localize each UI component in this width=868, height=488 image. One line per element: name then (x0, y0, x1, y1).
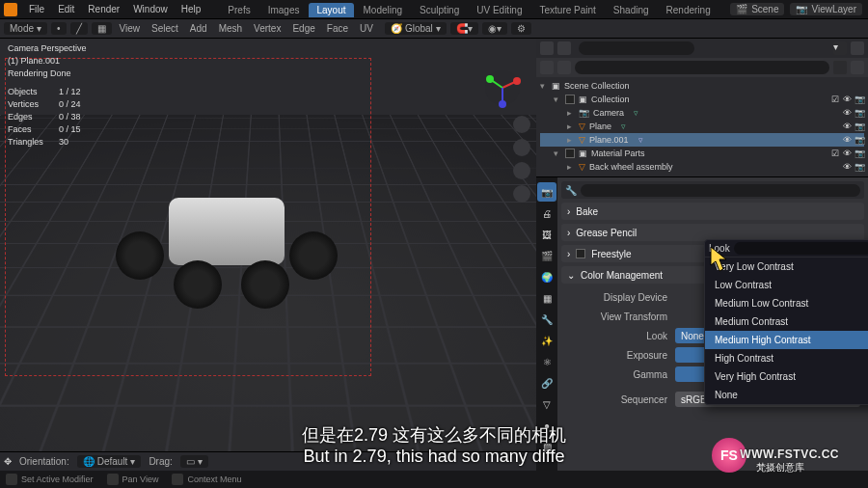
exclude-icon[interactable]: ☑ (831, 149, 841, 158)
3d-viewport[interactable]: Camera Perspective (1) Plane.001 Renderi… (0, 39, 536, 471)
mouse-right-icon (172, 474, 183, 485)
checkbox-icon[interactable] (565, 95, 575, 104)
menu-file[interactable]: File (23, 2, 50, 16)
tab-prefs[interactable]: Prefs (220, 3, 258, 17)
render-icon[interactable]: 📷 (854, 162, 864, 172)
display-mode-icon[interactable] (557, 41, 571, 55)
checkbox-icon[interactable] (565, 149, 575, 158)
viewlayer-selector[interactable]: 📷ViewLayer (790, 3, 862, 15)
tree-plane001[interactable]: ▸▽Plane.001▿👁📷 (540, 133, 864, 147)
camera-view-icon[interactable] (513, 162, 530, 179)
outliner-options-icon[interactable] (851, 61, 864, 74)
render-icon[interactable]: 📷 (854, 108, 864, 118)
tab-scene-icon[interactable]: 🎬 (537, 246, 556, 265)
tab-modifier-icon[interactable]: 🔧 (537, 310, 556, 329)
look-option[interactable]: Low Contrast (705, 276, 868, 294)
zoom-icon[interactable] (513, 116, 530, 133)
tab-viewlayer-icon[interactable]: 🖼 (537, 225, 556, 244)
tree-scene-collection[interactable]: ▾▣Scene Collection (540, 79, 864, 93)
label-exposure: Exposure (569, 350, 675, 361)
menu-select[interactable]: Select (148, 23, 182, 34)
menu-edit[interactable]: Edit (52, 2, 80, 16)
menu-face[interactable]: Face (323, 23, 352, 34)
tab-particles-icon[interactable]: ✨ (537, 331, 556, 350)
orientation-selector[interactable]: 🧭 Global ▾ (385, 22, 447, 35)
edit-mode-edges-icon[interactable]: ╱ (70, 22, 88, 35)
tab-layout[interactable]: Layout (309, 3, 353, 17)
outliner-filter-icon[interactable] (833, 61, 847, 74)
tree-back-wheel[interactable]: ▸▽Back wheel assembly👁📷 (540, 160, 864, 174)
menu-edge[interactable]: Edge (288, 23, 318, 34)
eye-icon[interactable]: 👁 (843, 149, 853, 158)
options-icon[interactable]: ⚙ (511, 22, 531, 35)
look-option[interactable]: Medium Contrast (705, 312, 868, 331)
menu-uv[interactable]: UV (356, 23, 377, 34)
edit-mode-verts-icon[interactable]: • (51, 22, 67, 35)
tab-images[interactable]: Images (260, 3, 308, 17)
top-search[interactable] (579, 41, 694, 55)
eye-icon[interactable]: 👁 (843, 108, 853, 118)
right-panel: ▾ ▾▣Scene Collection ▾▣Collection☑👁📷 ▸📷C… (536, 39, 868, 471)
eye-icon[interactable]: 👁 (843, 162, 853, 172)
eye-icon[interactable]: 👁 (843, 95, 853, 104)
proportional-toggle[interactable]: ◉▾ (482, 22, 507, 35)
move-icon[interactable] (513, 139, 530, 156)
look-option[interactable]: Very High Contrast (705, 367, 868, 386)
look-option[interactable]: Medium High Contrast (705, 331, 868, 349)
edit-mode-faces-icon[interactable]: ▦ (92, 22, 112, 35)
filter-icon[interactable]: ▾ (833, 41, 847, 55)
render-icon[interactable]: 📷 (854, 95, 864, 104)
outliner-editor-icon[interactable] (540, 61, 554, 74)
blender-logo-icon[interactable] (4, 3, 17, 16)
look-option[interactable]: Medium Low Contrast (705, 294, 868, 312)
tab-render-properties-icon[interactable]: 📷 (537, 182, 556, 202)
tab-texture-paint[interactable]: Texture Paint (531, 3, 603, 17)
tab-rendering[interactable]: Rendering (659, 3, 719, 17)
menu-render[interactable]: Render (82, 2, 125, 16)
render-icon[interactable]: 📷 (854, 122, 864, 131)
props-icon[interactable]: 🔧 (565, 185, 577, 196)
tab-physics-icon[interactable]: ⚛ (537, 352, 556, 371)
snap-toggle[interactable]: 🧲▾ (450, 22, 478, 35)
render-icon[interactable]: 📷 (854, 149, 864, 158)
eye-icon[interactable]: 👁 (843, 135, 853, 145)
perspective-icon[interactable] (513, 185, 530, 203)
tab-shading[interactable]: Shading (606, 3, 657, 17)
look-option[interactable]: High Contrast (705, 349, 868, 367)
tree-camera[interactable]: ▸📷Camera▿👁📷 (540, 106, 864, 120)
outliner-top-toolbar: ▾ (536, 39, 868, 58)
look-option[interactable]: None (705, 386, 868, 404)
nav-gizmo[interactable] (482, 68, 523, 108)
tab-object-icon[interactable]: ▦ (537, 288, 556, 308)
freestyle-checkbox[interactable] (576, 249, 585, 258)
panel-bake[interactable]: Bake (561, 203, 864, 220)
menu-help[interactable]: Help (176, 2, 207, 16)
tab-modeling[interactable]: Modeling (356, 3, 411, 17)
tab-sculpting[interactable]: Sculpting (412, 3, 467, 17)
menu-view[interactable]: View (116, 23, 145, 34)
menu-window[interactable]: Window (127, 2, 174, 16)
tree-material-parts[interactable]: ▾▣Material Parts☑👁📷 (540, 147, 864, 160)
tab-output-icon[interactable]: 🖨 (537, 203, 556, 223)
render-icon[interactable]: 📷 (854, 135, 864, 145)
dropdown-search[interactable] (734, 242, 868, 255)
tree-collection[interactable]: ▾▣Collection☑👁📷 (540, 93, 864, 106)
outliner-mode-icon[interactable] (557, 61, 571, 74)
scene-selector[interactable]: 🎬Scene (730, 3, 784, 15)
menu-vertex[interactable]: Vertex (250, 23, 285, 34)
tab-constraints-icon[interactable]: 🔗 (537, 373, 556, 393)
eye-icon[interactable]: 👁 (843, 122, 853, 131)
menu-add[interactable]: Add (186, 23, 211, 34)
editor-type-icon[interactable] (540, 41, 554, 55)
tab-uv-editing[interactable]: UV Editing (469, 3, 529, 17)
status-pan-view: Pan View (122, 474, 159, 484)
menu-mesh[interactable]: Mesh (215, 23, 246, 34)
mode-selector[interactable]: Mode ▾ (4, 22, 47, 35)
new-collection-icon[interactable] (851, 41, 864, 55)
exclude-icon[interactable]: ☑ (831, 95, 841, 104)
tab-world-icon[interactable]: 🌍 (537, 267, 556, 286)
tab-data-icon[interactable]: ▽ (537, 394, 556, 414)
outliner-search[interactable] (575, 61, 829, 74)
properties-search[interactable] (581, 184, 860, 197)
tree-plane[interactable]: ▸▽Plane▿👁📷 (540, 120, 864, 133)
